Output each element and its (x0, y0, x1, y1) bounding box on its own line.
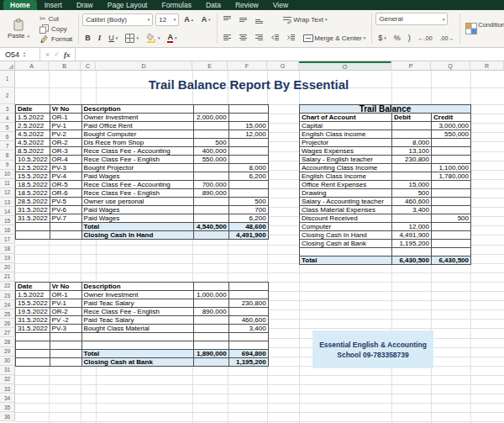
cell[interactable] (81, 332, 193, 341)
row-header-22[interactable]: 22 (0, 282, 15, 291)
cell[interactable]: OR-3 (50, 147, 81, 156)
cell[interactable]: 1,780,000 (432, 172, 471, 181)
cell[interactable] (392, 130, 432, 139)
cell[interactable] (50, 357, 81, 366)
cell[interactable] (432, 156, 471, 164)
cell[interactable]: OR-1 (50, 290, 81, 299)
cell[interactable]: 890,000 (193, 307, 228, 315)
cell[interactable] (50, 332, 81, 341)
cell[interactable]: 400,000 (193, 147, 228, 156)
row-header-4[interactable]: 4 (0, 114, 15, 123)
cell[interactable]: Total (300, 256, 392, 265)
cell[interactable] (81, 341, 193, 349)
row-header-20[interactable]: 20 (0, 263, 15, 272)
cell[interactable]: 15,000 (392, 181, 432, 189)
column-header-D[interactable]: D (96, 61, 192, 71)
cell[interactable] (16, 357, 50, 366)
cell[interactable]: 19.5.2022 (16, 307, 50, 315)
cell[interactable]: 31.5.2022 (16, 214, 50, 223)
number-format-select[interactable]: General▾ (375, 13, 448, 25)
cell[interactable]: 1,100,000 (432, 164, 471, 172)
row-header-15[interactable]: 15 (0, 216, 15, 225)
cell[interactable] (228, 189, 268, 198)
row-header-35[interactable]: 35 (0, 403, 15, 412)
cell[interactable]: Debit (392, 114, 432, 122)
cell[interactable]: 1,195,200 (392, 240, 432, 248)
cell[interactable] (50, 341, 81, 349)
cell[interactable] (392, 164, 432, 172)
column-header-B[interactable]: B (49, 61, 81, 71)
cell[interactable] (193, 282, 228, 290)
report-title[interactable]: Trail Balance Report By Essential (81, 72, 417, 98)
cell[interactable]: Trail Balance (300, 105, 471, 114)
enter-icon[interactable]: ✓ (54, 50, 60, 58)
row-header-36[interactable]: 36 (0, 412, 15, 421)
cell[interactable]: 12,000 (392, 223, 432, 231)
format-painter-button[interactable]: Format (37, 34, 75, 44)
cell[interactable] (392, 214, 432, 223)
cell[interactable]: 6,200 (228, 214, 268, 223)
cell[interactable] (432, 198, 471, 206)
cell[interactable]: 500 (228, 198, 268, 206)
cell[interactable] (193, 164, 228, 172)
cell[interactable]: 700,000 (193, 181, 228, 189)
cell[interactable]: 12,000 (228, 130, 268, 139)
cell[interactable]: 6,430,500 (392, 256, 432, 265)
increase-decimal-button[interactable]: ←.00 (416, 31, 435, 45)
cell[interactable]: 31.5.2022 (16, 206, 50, 214)
cell[interactable]: PV-6 (50, 206, 81, 214)
cell[interactable]: Closing Cash In Hand (81, 231, 193, 240)
cell[interactable] (193, 105, 228, 114)
cell[interactable]: Closing Cash at Bank (300, 240, 392, 248)
cell[interactable]: 550,000 (193, 156, 228, 164)
cell[interactable]: Owner Investment (81, 114, 193, 122)
cell[interactable]: 18.5.2022 (16, 189, 50, 198)
cell[interactable]: 13,100 (392, 147, 432, 156)
row-header-6[interactable]: 6 (0, 132, 15, 141)
cell[interactable]: Bought Computer (81, 130, 193, 139)
cell[interactable]: Closing Cash at Bank (81, 357, 193, 366)
cell[interactable]: OR-4 (50, 156, 81, 164)
column-header-A[interactable]: A (15, 61, 49, 71)
cell[interactable]: 31.5.2022 (16, 324, 50, 332)
fill-color-button[interactable]: ▾ (144, 31, 163, 45)
row-header-24[interactable]: 24 (0, 300, 15, 309)
cell[interactable]: OR-6 (50, 189, 81, 198)
cell[interactable] (193, 332, 228, 341)
row-header-12[interactable]: 12 (0, 188, 15, 198)
tab-insert[interactable]: Insert (38, 0, 69, 10)
cell[interactable]: English Class income (300, 130, 392, 139)
underline-button[interactable]: U▾ (106, 31, 120, 45)
cell[interactable]: PV-7 (50, 214, 81, 223)
cell[interactable]: OR-2 (50, 307, 81, 315)
row-header-13[interactable]: 13 (0, 198, 15, 207)
cell[interactable] (228, 105, 268, 114)
cell[interactable]: Capital (300, 122, 392, 130)
cell[interactable]: Closing Cash In Hand (300, 231, 392, 240)
cell[interactable] (193, 206, 228, 214)
name-box[interactable]: O54 ▲▼ (0, 48, 40, 61)
cell[interactable] (16, 332, 50, 341)
column-header-E[interactable]: E (192, 61, 228, 71)
cell[interactable]: 28.5.2022 (16, 198, 50, 206)
font-family-select[interactable]: Calibri (Body)▾ (82, 13, 153, 26)
row-header-1[interactable]: 1 (0, 71, 15, 87)
cell[interactable]: 890,000 (193, 189, 228, 198)
cell[interactable]: 8,000 (392, 139, 432, 147)
row-header-11[interactable]: 11 (0, 179, 15, 188)
cell[interactable]: 700 (228, 206, 268, 214)
cell[interactable]: PV-2 (50, 130, 81, 139)
cell[interactable]: 4.5.2022 (16, 130, 50, 139)
cell[interactable]: 1.5.2022 (16, 290, 50, 299)
percent-format-button[interactable]: % (391, 31, 403, 45)
merge-center-button[interactable]: Merge & Center▾ (301, 31, 368, 45)
cell[interactable]: Rece Class Fee - Accounting (81, 147, 193, 156)
row-header-2[interactable]: 2 (0, 87, 15, 104)
cell[interactable]: PV -2 (50, 315, 81, 324)
cell[interactable]: Date (16, 105, 50, 114)
cell[interactable]: PV-4 (50, 172, 81, 181)
row-header-7[interactable]: 7 (0, 141, 15, 151)
cancel-icon[interactable]: × (45, 50, 50, 59)
cell[interactable] (432, 240, 471, 248)
bold-button[interactable]: B (82, 31, 93, 45)
